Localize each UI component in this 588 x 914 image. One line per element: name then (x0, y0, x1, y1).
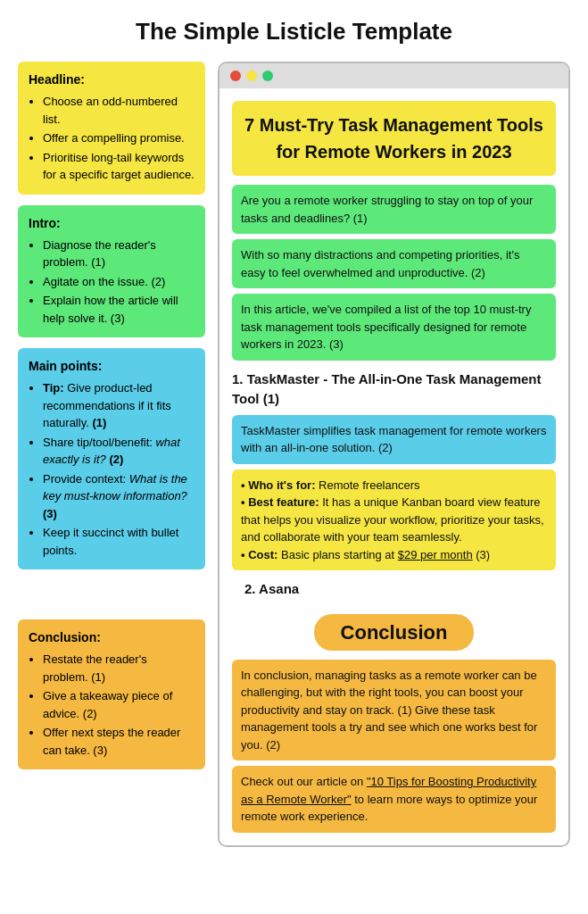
list-item: Provide context: What is the key must-kn… (43, 470, 195, 523)
list-item: Share tip/tool/benefit: what exactly is … (43, 434, 195, 469)
list-item: Choose an odd-numbered list. (43, 93, 195, 128)
item1-heading: 1. TaskMaster - The All-in-One Task Mana… (232, 370, 556, 410)
main-points-list: Tip: Give product-led recommendations if… (29, 379, 195, 559)
right-panel: 7 Must-Try Task Management Tools for Rem… (218, 62, 570, 847)
item2-heading: 2. Asana (244, 579, 556, 600)
main-layout: Headline: Choose an odd-numbered list. O… (18, 62, 570, 847)
headline-section: Headline: Choose an odd-numbered list. O… (18, 62, 205, 195)
list-item: Offer next steps the reader can take. (3… (43, 724, 195, 759)
item1-description: TaskMaster simplifies task management fo… (232, 415, 556, 464)
intro-list: Diagnose the reader's problem. (1) Agita… (29, 237, 195, 328)
list-item: Keep it succinct with bullet points. (43, 524, 195, 559)
intro-section: Intro: Diagnose the reader's problem. (1… (18, 205, 205, 338)
conclusion-text-1: In conclusion, managing tasks as a remot… (232, 660, 556, 761)
left-panel: Headline: Choose an odd-numbered list. O… (18, 62, 205, 769)
browser-dot-yellow (246, 71, 257, 81)
browser-dot-red (230, 71, 241, 81)
article-headline: 7 Must-Try Task Management Tools for Rem… (232, 101, 556, 176)
conclusion-list: Restate the reader's problem. (1) Give a… (29, 651, 195, 759)
headline-label: Headline: (29, 71, 195, 89)
browser-chrome (219, 63, 568, 88)
browser-window: 7 Must-Try Task Management Tools for Rem… (218, 62, 570, 847)
list-item: Explain how the article will help solve … (43, 292, 195, 327)
conclusion-wrapper: Conclusion (232, 605, 556, 660)
page-title: The Simple Listicle Template (18, 18, 570, 46)
list-item: Give a takeaway piece of advice. (2) (43, 687, 195, 722)
conclusion-label-left: Conclusion: (29, 628, 195, 647)
browser-content: 7 Must-Try Task Management Tools for Rem… (219, 88, 568, 845)
list-item: Offer a compelling promise. (43, 129, 195, 147)
main-points-section: Main points: Tip: Give product-led recom… (18, 348, 205, 569)
list-item: Tip: Give product-led recommendations if… (43, 379, 195, 432)
browser-dot-green (262, 71, 273, 81)
intro-block-3: In this article, we've compiled a list o… (232, 294, 556, 361)
list-item: Diagnose the reader's problem. (1) (43, 237, 195, 271)
conclusion-badge: Conclusion (314, 614, 475, 651)
list-item: Restate the reader's problem. (1) (43, 651, 195, 686)
list-item: Prioritise long-tail keywords for a spec… (43, 149, 195, 184)
intro-block-2: With so many distractions and competing … (232, 239, 556, 288)
headline-list: Choose an odd-numbered list. Offer a com… (29, 93, 195, 184)
item1-details: • Who it's for: Remote freelancers • Bes… (232, 469, 556, 571)
list-item: Agitate on the issue. (2) (43, 273, 195, 291)
intro-label: Intro: (29, 214, 195, 233)
main-points-label: Main points: (29, 357, 195, 376)
intro-block-1: Are you a remote worker struggling to st… (232, 185, 556, 234)
conclusion-text-2: Check out our article on "10 Tips for Bo… (232, 766, 556, 833)
conclusion-section-left: Conclusion: Restate the reader's problem… (18, 619, 205, 769)
